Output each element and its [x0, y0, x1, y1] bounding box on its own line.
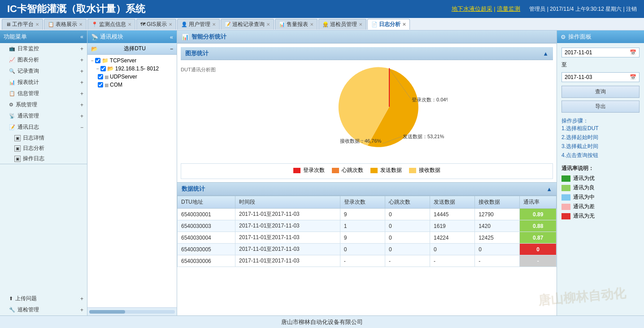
scrollbar-track	[89, 310, 175, 314]
tab-售量报表[interactable]: 📊售量报表✕	[275, 19, 318, 30]
legend-good-color	[561, 185, 570, 191]
export-button[interactable]: 导出	[561, 101, 640, 113]
sidebar-item-信息管理[interactable]: 📋信息管理+	[0, 88, 87, 99]
sidebar-collapse-btn[interactable]: «	[80, 34, 83, 40]
submenu-item-日志详情[interactable]: ▣日志详情	[0, 133, 87, 143]
sidebar-item-通讯日志[interactable]: 📝通讯日志−	[0, 122, 87, 133]
tab-close[interactable]: ✕	[79, 22, 83, 27]
cell-login: 0	[340, 244, 385, 255]
tab-close[interactable]: ✕	[359, 22, 362, 27]
sidebar-header[interactable]: 功能菜单 «	[0, 31, 87, 43]
legend-excellent-label: 通讯为优	[573, 175, 595, 182]
tab-close[interactable]: ✕	[310, 22, 313, 27]
submenu-item-操作日志[interactable]: ▣操作日志	[0, 153, 87, 164]
nav-link-water[interactable]: 地下水液位超采	[452, 5, 492, 12]
ops-step-4[interactable]: 4.点击查询按钮	[561, 152, 640, 159]
ops-start-date-input[interactable]: 2017-11-01 📅	[561, 48, 640, 57]
tab-日志分析[interactable]: 📄日志分析✕	[367, 19, 410, 30]
legend-label-login: 登录次数	[303, 166, 325, 174]
scroll-area[interactable]	[87, 307, 177, 315]
dtu-collapse-btn[interactable]: «	[170, 34, 173, 40]
tree-expand-ip[interactable]: −	[96, 66, 99, 71]
tree-check-com[interactable]	[98, 82, 103, 87]
tab-icon: 📝	[225, 22, 231, 27]
tree-check-udp[interactable]	[98, 74, 103, 79]
submenu-dot: ▣	[14, 156, 21, 162]
calendar-icon-start[interactable]: 📅	[630, 49, 636, 56]
ops-steps: 操作步骤： 1.选择相应DUT 2.选择起始时间 3.选择截止时间 4.点击查询…	[561, 117, 640, 159]
data-collapse-btn[interactable]: ▲	[546, 186, 552, 192]
sidebar-item-通讯管理[interactable]: 📡通讯管理+	[0, 110, 87, 122]
col-send: 发送数据	[430, 196, 475, 209]
sidebar-toggle[interactable]: +	[80, 68, 83, 74]
chart-area: 图形统计 ▲ DUT通讯分析图	[177, 44, 557, 183]
sidebar-toggle[interactable]: +	[80, 91, 83, 97]
tree-item-com[interactable]: ▦ COM	[89, 81, 175, 89]
sidebar-items: 📺日常监控+📈图表分析+🔍记录查询+📊报表统计+📋信息管理+⚙系统管理+📡通讯管…	[0, 43, 87, 164]
ops-step-1[interactable]: 1.选择相应DUT	[561, 125, 640, 132]
tab-巡检记录查询[interactable]: 📝巡检记录查询✕	[221, 19, 274, 30]
tree-check-ip[interactable]	[100, 66, 106, 71]
scrollbar-thumb[interactable]	[89, 310, 125, 314]
tab-close[interactable]: ✕	[128, 22, 131, 27]
sidebar-toggle[interactable]: +	[80, 79, 83, 86]
tab-close[interactable]: ✕	[212, 22, 216, 27]
sidebar-expand-patrol[interactable]: +	[80, 307, 83, 313]
ops-step-2[interactable]: 2.选择起始时间	[561, 134, 640, 141]
sidebar-item-系统管理[interactable]: ⚙系统管理+	[0, 99, 87, 110]
sidebar-toggle[interactable]: +	[80, 46, 83, 52]
sidebar-item-记录查询[interactable]: 🔍记录查询+	[0, 66, 87, 77]
select-dtu-label: 选择DTU	[124, 45, 146, 52]
col-heartbeat: 心跳次数	[385, 196, 430, 209]
dtu-panel-header: 📡 通讯模块 «	[87, 31, 177, 43]
calendar-icon-end[interactable]: 📅	[630, 74, 636, 80]
table-wrapper[interactable]: DTU地址 时间段 登录次数 心跳次数 发送数据 接收数据 通讯率 654003…	[177, 196, 557, 315]
sidebar-item-patrol[interactable]: 🔧 巡检管理 +	[0, 304, 87, 315]
submenu-item-日志分析[interactable]: ▣日志分析	[0, 143, 87, 153]
section-icon: 📊	[182, 34, 189, 40]
tab-监测点信息[interactable]: 📍监测点信息✕	[87, 19, 135, 30]
tab-用户管理[interactable]: 👤用户管理✕	[177, 19, 220, 30]
sidebar-toggle[interactable]: +	[80, 57, 83, 63]
cell-recv: 1420	[475, 220, 520, 232]
tab-工作平台[interactable]: 🖥工作平台✕	[2, 19, 43, 30]
sidebar-toggle[interactable]: −	[80, 124, 83, 131]
cell-dtu: 6540030003	[178, 220, 235, 232]
table-body: 6540030001 2017-11-01至2017-11-03 9 0 144…	[178, 209, 557, 267]
cell-login: 1	[340, 220, 385, 232]
dtu-expand-icon[interactable]: −	[170, 46, 173, 52]
tree-item-ip[interactable]: − 📂 192.168.1.5- 8012	[89, 65, 175, 73]
sidebar-item-图表分析[interactable]: 📈图表分析+	[0, 54, 87, 66]
sidebar-item-报表统计[interactable]: 📊报表统计+	[0, 77, 87, 88]
chart-collapse-btn[interactable]: ▲	[543, 50, 548, 57]
legend-recv: 接收数据	[409, 166, 440, 174]
ops-step-3[interactable]: 3.选择截止时间	[561, 143, 640, 150]
data-table-area: 数据统计 ▲ DTU地址 时间段 登录次数 心跳次数 发送数据 接收数据	[177, 183, 557, 315]
sidebar-toggle[interactable]: +	[80, 102, 83, 108]
sidebar-toggle[interactable]: +	[80, 113, 83, 119]
ops-start-date-label: 2017-11-01	[565, 49, 592, 56]
sidebar-item-日常监控[interactable]: 📺日常监控+	[0, 43, 87, 54]
tab-close[interactable]: ✕	[402, 22, 406, 27]
tab-close[interactable]: ✕	[35, 22, 39, 27]
cell-dtu: 6540030005	[178, 244, 235, 255]
tree-check-tcp[interactable]	[95, 58, 100, 63]
tab-巡检员管理[interactable]: 👷巡检员管理✕	[318, 19, 366, 30]
nav-link-flow[interactable]: 流量监测	[497, 5, 520, 12]
submenu-label: 日志分析	[23, 144, 44, 152]
cell-dtu: 6540030006	[178, 255, 235, 267]
sidebar-label: 日常监控	[17, 45, 39, 52]
ops-end-date-input[interactable]: 2017-11-03 📅	[561, 72, 640, 82]
query-button[interactable]: 查询	[561, 86, 640, 98]
sidebar-item-upload[interactable]: ⬆ 上传问题 +	[0, 293, 87, 304]
tab-close[interactable]: ✕	[169, 22, 172, 27]
tab-GIS展示[interactable]: 🗺GIS展示✕	[136, 19, 176, 30]
tree-item-udp[interactable]: ▦ UDPServer	[89, 73, 175, 81]
sidebar-expand-upload[interactable]: +	[80, 296, 83, 302]
cell-heartbeat: 0	[385, 244, 430, 255]
tab-close[interactable]: ✕	[266, 22, 270, 27]
tree-item-tcpserver[interactable]: − 📁 TCPServer	[89, 57, 175, 65]
tree-expand-tcp[interactable]: −	[91, 58, 94, 63]
cell-period: 2017-11-01至2017-11-03	[235, 232, 340, 244]
tab-表格展示[interactable]: 📋表格展示✕	[44, 19, 87, 30]
